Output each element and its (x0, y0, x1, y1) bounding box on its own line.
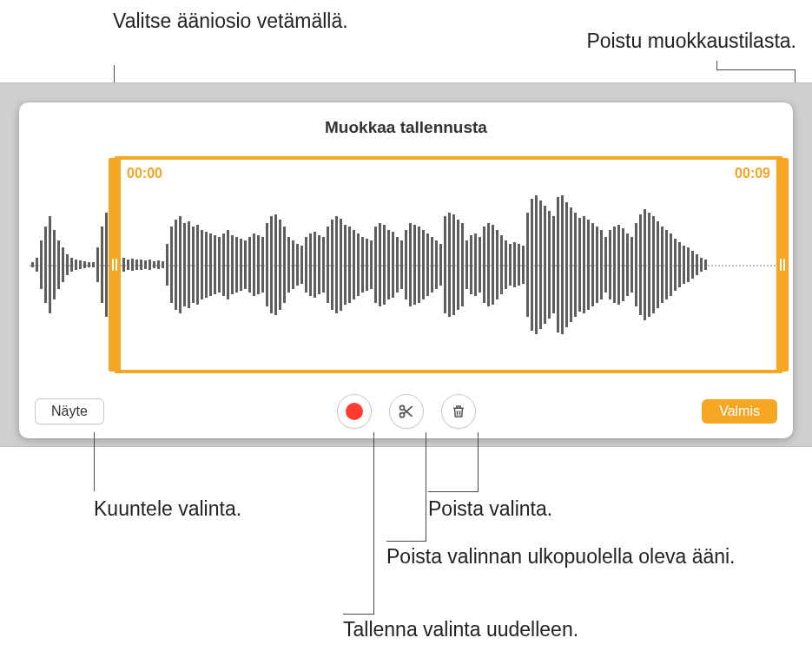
wave-bar (53, 230, 56, 299)
callout-rerecord-selection: Tallenna valinta uudelleen. (343, 617, 578, 642)
callout-drag-select: Valitse ääniosio vetämällä. (113, 9, 348, 34)
callout-line (343, 614, 374, 615)
svg-point-0 (399, 405, 404, 410)
wave-bar (79, 260, 82, 269)
selection-time-start: 00:00 (127, 166, 162, 181)
callout-exit-edit: Poistu muokkaustilasta. (586, 29, 796, 54)
selection-time-end: 00:09 (735, 166, 770, 181)
callout-line (478, 432, 479, 491)
callout-text: Valitse ääniosio vetämällä. (113, 10, 348, 32)
record-button[interactable] (337, 394, 372, 429)
trash-icon (451, 403, 466, 420)
wave-bar (62, 247, 64, 282)
callout-line (426, 432, 426, 541)
callout-line (428, 491, 479, 492)
selection-handle-right[interactable] (776, 158, 789, 372)
callout-line (386, 541, 426, 542)
record-icon (346, 403, 363, 420)
editor-title: Muokkaa tallennusta (19, 102, 793, 137)
scissors-icon (398, 403, 415, 420)
callout-text: Tallenna valinta uudelleen. (343, 618, 578, 641)
wave-bar (92, 262, 95, 267)
wave-bar (36, 258, 38, 272)
wave-bar (88, 262, 90, 267)
wave-bar (44, 227, 47, 303)
audio-editor-panel: Muokkaa tallennusta 00:00 00:09 Näyte (19, 102, 793, 438)
wave-bar (101, 227, 103, 303)
trim-button[interactable] (389, 394, 424, 429)
editor-toolbar: Näyte (19, 385, 793, 438)
callout-text: Poista valinta. (428, 497, 552, 520)
selection-box[interactable]: 00:00 00:09 (115, 156, 782, 373)
callout-text: Kuuntele valinta. (94, 497, 241, 520)
wave-bar (70, 258, 73, 272)
wave-bar (66, 254, 69, 275)
waveform-area[interactable]: 00:00 00:09 (30, 156, 782, 373)
handle-grip (783, 259, 785, 271)
done-button[interactable]: Valmis (702, 399, 777, 424)
svg-point-1 (399, 413, 404, 418)
wave-bar (96, 247, 99, 282)
callout-delete-outside: Poista valinnan ulkopuolella oleva ääni. (386, 544, 736, 569)
callout-listen-selection: Kuuntele valinta. (94, 496, 241, 522)
wave-bar (83, 261, 86, 268)
wave-bar (49, 216, 51, 313)
delete-button[interactable] (441, 394, 476, 429)
wave-bar (75, 260, 77, 271)
wave-bar (31, 262, 34, 267)
callout-line (94, 432, 95, 491)
callout-text: Poista valinnan ulkopuolella oleva ääni. (386, 545, 736, 568)
selection-handle-left[interactable] (109, 158, 121, 372)
callout-line (716, 69, 795, 70)
handle-grip (116, 259, 117, 271)
callout-delete-selection: Poista valinta. (428, 496, 552, 522)
toolbar-center-group (337, 394, 476, 429)
wave-bar (40, 240, 43, 289)
handle-grip (112, 259, 114, 271)
callout-text: Poistu muokkaustilasta. (586, 30, 796, 52)
sample-button[interactable]: Näyte (35, 398, 104, 424)
callout-line (716, 61, 717, 69)
handle-grip (780, 259, 782, 271)
wave-bar (105, 213, 108, 317)
callout-line (373, 432, 374, 614)
wave-bar (57, 240, 60, 289)
